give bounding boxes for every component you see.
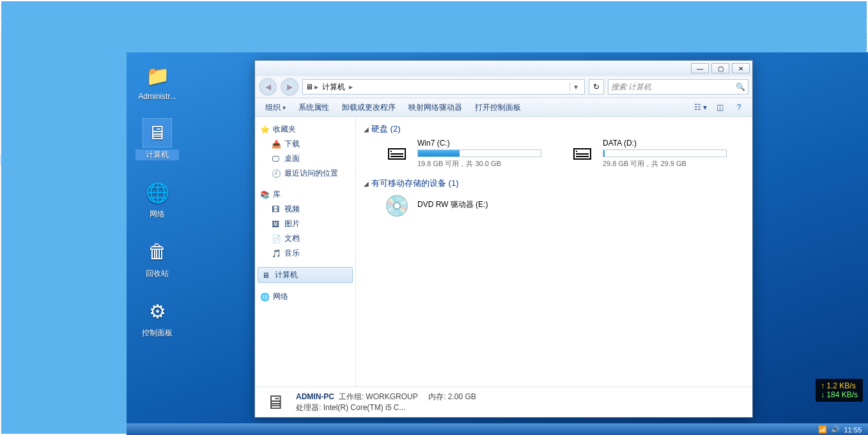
desktop-icon-image: ⚙: [143, 297, 171, 325]
vm-tabstrip: Win7x64 ✕: [127, 34, 868, 52]
nav-music[interactable]: 🎵音乐: [258, 246, 353, 261]
nav-forward-button[interactable]: ▶: [281, 78, 298, 96]
drive-item[interactable]: 🖴Win7 (C:)19.8 GB 可用，共 30.0 GB: [382, 139, 541, 169]
vm-icon: [136, 44, 137, 45]
net-down: ↓ 184 KB/s: [821, 390, 858, 399]
desktop-icon-label: Administr...: [136, 92, 179, 101]
uninstall-button[interactable]: 卸载或更改程序: [337, 100, 401, 116]
net-speed-overlay: ↑ 1.2 KB/s ↓ 184 KB/s: [816, 379, 863, 402]
desktop-icon-label: 控制面板: [136, 328, 179, 339]
view-mode-button[interactable]: ☷ ▾: [692, 100, 709, 114]
guest-desktop[interactable]: 📁Administr...🖥计算机🌐网络🗑回收站⚙控制面板 — ▢ ✕ ◀ ▶ …: [127, 52, 868, 435]
drive-item[interactable]: 🖴DATA (D:)29.8 GB 可用，共 29.9 GB: [567, 139, 727, 169]
desktop-icon-image: 🗑: [143, 238, 171, 266]
tray-volume-icon[interactable]: 🔊: [831, 425, 840, 434]
breadcrumb-dropdown[interactable]: ▾: [570, 82, 582, 91]
nav-downloads[interactable]: 📥下载: [258, 137, 353, 151]
desktop-icon-label: 网络: [136, 209, 179, 220]
desktop-icon[interactable]: 🌐网络: [136, 178, 179, 220]
refresh-button[interactable]: ↻: [589, 79, 604, 95]
hdd-icon: 🖴: [382, 139, 412, 164]
nav-desktop[interactable]: 🖵桌面: [258, 151, 353, 166]
dvd-icon: 💿: [382, 193, 412, 218]
net-up: ↑ 1.2 KB/s: [821, 381, 858, 390]
explorer-min-button[interactable]: —: [691, 63, 709, 73]
pc-icon: 🖥: [261, 390, 290, 415]
explorer-window: — ▢ ✕ ◀ ▶ 🖥 ▸ 计算机 ▸ ▾ ↻ 搜索: [254, 60, 753, 418]
explorer-titlebar[interactable]: — ▢ ✕: [255, 61, 752, 76]
nav-libraries[interactable]: 📚库: [258, 187, 353, 202]
guest-taskbar[interactable]: 📶 🔊 11:55: [127, 424, 868, 435]
search-icon[interactable]: 🔍: [736, 82, 745, 91]
organize-button[interactable]: 组织: [260, 100, 291, 116]
tray-network-icon[interactable]: 📶: [818, 425, 827, 434]
desktop-icon[interactable]: ⚙控制面板: [136, 297, 179, 339]
category-hdd[interactable]: ◢硬盘 (2): [364, 123, 745, 135]
explorer-max-button[interactable]: ▢: [711, 63, 729, 73]
desktop-icon[interactable]: 📁Administr...: [136, 61, 179, 101]
desktop-icon-label: 计算机: [136, 149, 179, 160]
nav-pictures[interactable]: 🖼图片: [258, 217, 353, 231]
desktop-icon-image: 🌐: [143, 178, 171, 206]
desktop-icon[interactable]: 🖥计算机: [136, 119, 179, 160]
nav-computer[interactable]: 🖥计算机: [258, 267, 353, 283]
explorer-status-bar: 🖥 ADMIN-PC 工作组: WORKGROUP 内存: 2.00 GB 处理…: [255, 386, 752, 417]
nav-recent[interactable]: 🕘最近访问的位置: [258, 166, 353, 181]
explorer-nav-pane: ⭐收藏夹 📥下载 🖵桌面 🕘最近访问的位置 📚库 🎞视频 🖼图片 📄文档 🎵音乐: [255, 117, 356, 386]
breadcrumb[interactable]: 🖥 ▸ 计算机 ▸ ▾: [302, 79, 585, 95]
search-placeholder: 搜索 计算机: [611, 82, 651, 93]
nav-back-button[interactable]: ◀: [259, 78, 277, 96]
category-removable[interactable]: ◢有可移动存储的设备 (1): [364, 178, 745, 189]
preview-pane-button[interactable]: ◫: [711, 100, 728, 114]
nav-network[interactable]: 🌐网络: [258, 289, 353, 304]
explorer-address-bar: ◀ ▶ 🖥 ▸ 计算机 ▸ ▾ ↻ 搜索 计算机 🔍: [255, 76, 752, 98]
open-cp-button[interactable]: 打开控制面板: [470, 100, 526, 116]
explorer-search[interactable]: 搜索 计算机 🔍: [608, 79, 748, 95]
help-button[interactable]: ?: [731, 100, 747, 114]
desktop-icon-label: 回收站: [136, 268, 179, 279]
desktop-icon-image: 🖥: [143, 119, 171, 147]
desktop-icon-image: 📁: [143, 61, 171, 89]
nav-favorites[interactable]: ⭐收藏夹: [258, 122, 353, 137]
status-pc-name: ADMIN-PC: [296, 392, 334, 401]
desktop-icon[interactable]: 🗑回收站: [136, 238, 179, 279]
nav-video[interactable]: 🎞视频: [258, 202, 353, 217]
system-props-button[interactable]: 系统属性: [293, 100, 334, 116]
taskbar-clock[interactable]: 11:55: [844, 426, 862, 434]
computer-icon: 🖥: [306, 82, 313, 91]
map-drive-button[interactable]: 映射网络驱动器: [403, 100, 467, 116]
vm-tab-active[interactable]: Win7x64 ✕: [130, 36, 186, 52]
hdd-icon: 🖴: [567, 139, 598, 164]
nav-documents[interactable]: 📄文档: [258, 231, 353, 246]
breadcrumb-computer[interactable]: 计算机: [320, 82, 348, 93]
vm-area: Win7x64 ✕ 📁Administr...🖥计算机🌐网络🗑回收站⚙控制面板 …: [127, 34, 868, 435]
explorer-content[interactable]: ◢硬盘 (2) 🖴Win7 (C:)19.8 GB 可用，共 30.0 GB🖴D…: [356, 117, 752, 386]
explorer-close-button[interactable]: ✕: [732, 63, 750, 73]
drive-dvd[interactable]: 💿 DVD RW 驱动器 (E:): [382, 193, 541, 218]
explorer-command-bar: 组织 系统属性 卸载或更改程序 映射网络驱动器 打开控制面板 ☷ ▾ ◫ ?: [255, 98, 752, 117]
